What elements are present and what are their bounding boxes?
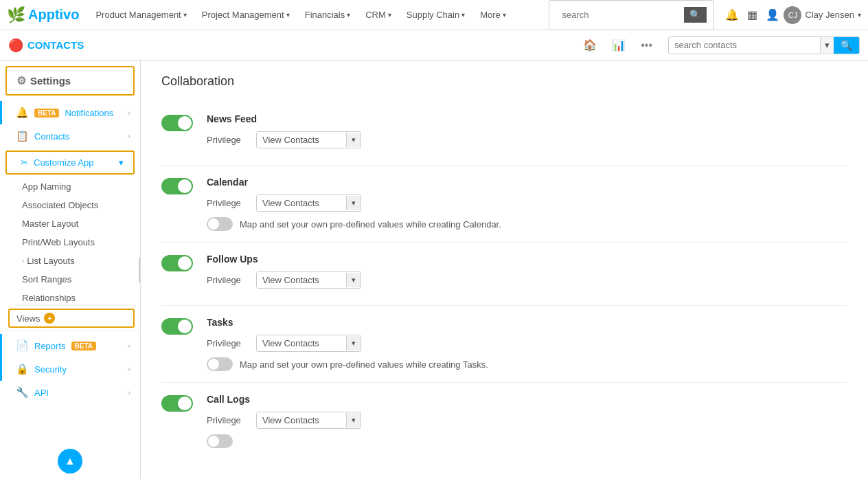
calendar-map-row: Map and set your own pre-defined values …: [207, 217, 847, 231]
sidebar-item-label: Reports: [34, 341, 66, 351]
user-menu[interactable]: CJ Clay Jensen ▾: [784, 6, 861, 24]
sidebar-item-contacts[interactable]: 📋 Contacts ›: [0, 124, 140, 148]
calendar-privilege-select[interactable]: View Contacts Edit Contacts Delete Conta…: [256, 194, 361, 212]
bell-icon: 🔔: [16, 107, 29, 119]
chevron-down-icon: ▾: [503, 11, 506, 19]
chevron-right-icon: ›: [128, 342, 130, 350]
follow-ups-content: Follow Ups Privilege View Contacts Edit …: [207, 254, 847, 294]
user-name: Clay Jensen: [805, 10, 854, 20]
news-feed-privilege-select[interactable]: View Contacts Edit Contacts Delete Conta…: [256, 131, 361, 148]
chevron-right-icon: ›: [128, 388, 130, 397]
main-content: Collaboration News Feed Privilege View C…: [141, 60, 868, 479]
privilege-label: Privilege: [207, 135, 248, 145]
follow-ups-privilege-dropdown[interactable]: View Contacts Edit Contacts Delete Conta…: [257, 272, 346, 288]
tasks-map-toggle[interactable]: [207, 357, 233, 371]
follow-ups-privilege-select[interactable]: View Contacts Edit Contacts Delete Conta…: [256, 271, 361, 289]
chevron-down-icon: ▾: [119, 157, 124, 168]
scroll-up-button[interactable]: ▲: [58, 449, 82, 474]
chevron-right-icon: ›: [128, 109, 130, 117]
sidebar-item-relationships[interactable]: Relationships: [3, 289, 140, 307]
news-feed-content: News Feed Privilege View Contacts Edit C…: [207, 113, 847, 154]
select-arrow-icon: ▾: [346, 413, 361, 427]
views-label: Views: [16, 313, 40, 324]
chevron-down-icon: ▾: [461, 11, 465, 19]
sidebar-settings[interactable]: ⚙ Settings: [5, 66, 135, 96]
global-search-input[interactable]: [556, 7, 680, 23]
logo-leaf-icon: 🌿: [7, 6, 25, 24]
news-feed-toggle[interactable]: [161, 115, 193, 131]
app-logo[interactable]: 🌿 Apptivo: [7, 6, 79, 24]
nav-product-management[interactable]: Product Management ▾: [90, 10, 192, 20]
call-logs-toggle[interactable]: [161, 395, 193, 412]
grid-icon[interactable]: ▦: [747, 8, 757, 21]
more-options-icon[interactable]: •••: [636, 36, 657, 55]
news-feed-privilege-dropdown[interactable]: View Contacts Edit Contacts Delete Conta…: [257, 132, 346, 148]
customize-submenu: App Naming Associated Objects Master Lay…: [0, 177, 140, 328]
call-logs-privilege-select[interactable]: View Contacts Edit Contacts Delete Conta…: [256, 412, 361, 429]
tasks-content: Tasks Privilege View Contacts Edit Conta…: [207, 317, 847, 371]
nav-supply-chain[interactable]: Supply Chain ▾: [401, 10, 470, 20]
sidebar-item-sort-ranges[interactable]: Sort Ranges: [3, 270, 140, 289]
tasks-privilege-select[interactable]: View Contacts Edit Contacts Delete Conta…: [256, 335, 361, 352]
chevron-down-icon: ▾: [388, 11, 391, 19]
sidebar-item-master-layout[interactable]: Master Layout: [3, 214, 140, 233]
section-calendar: Calendar Privilege View Contacts Edit Co…: [161, 166, 847, 243]
section-call-logs: Call Logs Privilege View Contacts Edit C…: [161, 383, 847, 459]
avatar: CJ: [784, 6, 801, 24]
contacts-icon: 📋: [16, 130, 29, 142]
privilege-label: Privilege: [207, 415, 248, 425]
sidebar-item-reports[interactable]: 📄 Reports BETA ›: [0, 334, 140, 357]
global-search-button[interactable]: 🔍: [684, 7, 707, 23]
customize-icon: ✂: [21, 157, 28, 168]
select-arrow-icon: ▾: [346, 273, 361, 287]
nav-more[interactable]: More ▾: [475, 10, 512, 20]
notification-bell-icon[interactable]: 🔔: [725, 8, 739, 21]
reports-icon: 📄: [16, 339, 29, 352]
section-tasks: Tasks Privilege View Contacts Edit Conta…: [161, 306, 847, 383]
nav-crm[interactable]: CRM ▾: [360, 10, 397, 20]
sidebar-item-security[interactable]: 🔒 Security ›: [0, 357, 140, 381]
contacts-app-title: 🔴 CONTACTS: [8, 38, 84, 53]
sidebar-item-list-layouts[interactable]: › List Layouts: [3, 252, 140, 270]
subnav-icons: 🏠 📊 •••: [578, 35, 657, 55]
nav-project-management[interactable]: Project Management ▾: [196, 10, 295, 20]
global-search-bar: 🔍: [549, 0, 714, 30]
tasks-privilege-dropdown[interactable]: View Contacts Edit Contacts Delete Conta…: [257, 335, 346, 351]
sidebar-item-associated-objects[interactable]: Associated Objects: [3, 196, 140, 214]
contacts-search-button[interactable]: 🔍: [834, 37, 859, 54]
sidebar-item-views[interactable]: Views +: [8, 309, 135, 328]
home-icon[interactable]: 🏠: [578, 35, 602, 55]
tasks-toggle[interactable]: [161, 318, 193, 335]
call-logs-map-toggle[interactable]: [207, 434, 233, 448]
news-feed-privilege-row: Privilege View Contacts Edit Contacts De…: [207, 131, 847, 148]
contacts-search-dropdown-button[interactable]: ▾: [820, 37, 834, 53]
nav-financials[interactable]: Financials ▾: [299, 10, 356, 20]
contacts-search-bar: ▾ 🔍: [668, 36, 860, 54]
sidebar-item-label: Customize App: [34, 157, 93, 168]
sidebar-item-print-web-layouts[interactable]: Print/Web Layouts: [3, 233, 140, 252]
beta-badge: BETA: [34, 109, 59, 118]
user-icon[interactable]: 👤: [766, 8, 779, 21]
views-plus-icon: +: [44, 313, 55, 324]
sidebar-item-customize-app[interactable]: ✂ Customize App ▾: [5, 151, 135, 175]
privilege-label: Privilege: [207, 198, 248, 208]
sidebar-item-notifications[interactable]: 🔔 BETA Notifications ›: [0, 101, 140, 124]
tasks-map-row: Map and set your own pre-defined values …: [207, 357, 847, 371]
contacts-title-text: CONTACTS: [27, 39, 84, 51]
select-arrow-icon: ▾: [346, 196, 361, 210]
chart-icon[interactable]: 📊: [607, 35, 630, 55]
follow-ups-toggle[interactable]: [161, 255, 193, 271]
beta-badge: BETA: [71, 342, 96, 350]
section-follow-ups: Follow Ups Privilege View Contacts Edit …: [161, 243, 847, 306]
contacts-search-input[interactable]: [669, 37, 820, 53]
sidebar-item-label: Security: [34, 364, 67, 375]
call-logs-content: Call Logs Privilege View Contacts Edit C…: [207, 394, 847, 448]
calendar-privilege-dropdown[interactable]: View Contacts Edit Contacts Delete Conta…: [257, 195, 346, 211]
follow-ups-privilege-row: Privilege View Contacts Edit Contacts De…: [207, 271, 847, 289]
sidebar-item-app-naming[interactable]: App Naming: [3, 177, 140, 196]
sidebar-item-api[interactable]: 🔧 API ›: [0, 381, 140, 404]
call-logs-privilege-dropdown[interactable]: View Contacts Edit Contacts Delete Conta…: [257, 412, 346, 428]
calendar-map-toggle[interactable]: [207, 217, 233, 231]
calendar-toggle[interactable]: [161, 178, 193, 194]
chevron-down-icon: ▾: [858, 11, 861, 19]
